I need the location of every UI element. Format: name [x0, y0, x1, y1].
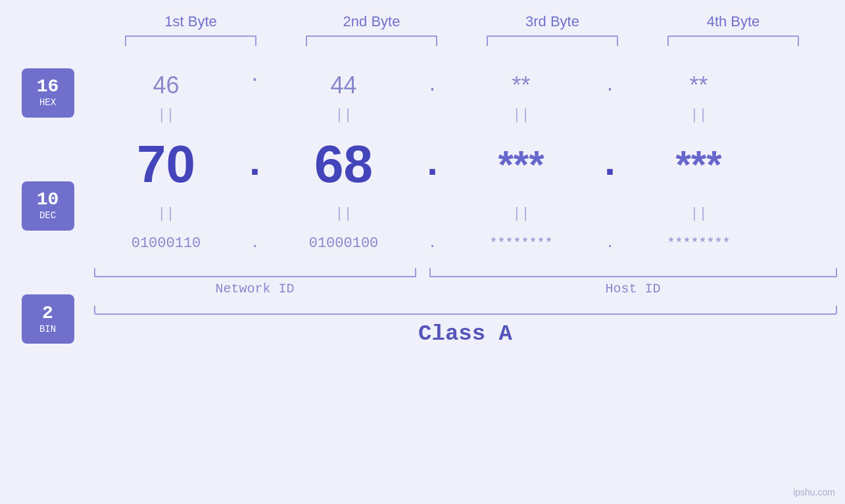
hex-badge-unit: HEX [39, 97, 56, 108]
host-id-label: Host ID [429, 281, 837, 296]
hex-b1-value: 46 [153, 72, 179, 99]
dec-badge-unit: DEC [39, 210, 56, 221]
class-label: Class A [418, 321, 512, 346]
byte2-header: 2nd Byte [299, 13, 444, 30]
id-labels-row: Network ID Host ID [94, 281, 837, 296]
dec-b3-cell: *** [449, 142, 594, 187]
bracket-byte2 [306, 35, 437, 46]
network-id-label: Network ID [94, 281, 416, 296]
bin-data-row: 01000110 . 01000100 . ******** . [94, 223, 837, 263]
dec-dot3-val: . [598, 142, 621, 187]
big-bottom-bracket [94, 306, 837, 315]
bin-b1-value: 01000110 [132, 235, 201, 252]
hex-badge: 16 HEX [22, 68, 74, 118]
hex-b4-value: ** [689, 72, 708, 99]
dec-badge-num: 10 [37, 191, 59, 209]
bracket-byte3 [487, 35, 618, 46]
dec-b4-value: *** [675, 142, 721, 187]
hex-b1-cell: 46 [94, 72, 239, 99]
bin-b4-cell: ******** [627, 236, 771, 251]
bracket-gap [416, 268, 429, 277]
dec-data-row: 70 . 68 . *** . *** [94, 125, 837, 204]
byte3-header: 3rd Byte [480, 13, 625, 30]
right-rows: 46 . 44 . ** . ** [94, 66, 837, 346]
hex-dot1-val: . [249, 66, 260, 105]
eq2-b3: || [449, 206, 594, 222]
dec-badge-wrapper: 10 DEC [22, 181, 74, 231]
bin-dot1-val: . [251, 235, 259, 252]
hex-b3-cell: ** [449, 72, 594, 99]
hex-b3-value: ** [512, 72, 530, 99]
bin-dot2: . [416, 235, 449, 252]
bin-badge-wrapper: 2 BIN [22, 294, 74, 344]
hex-dot1: . [239, 66, 272, 105]
byte1-header: 1st Byte [118, 13, 263, 30]
eq1-b2: || [272, 107, 416, 124]
bin-badge-unit: BIN [39, 324, 56, 334]
equals-row-2: || || || || [94, 204, 837, 223]
eq1-b1: || [94, 107, 239, 124]
top-brackets [101, 35, 824, 46]
hex-badge-wrapper: 16 HEX [22, 68, 74, 118]
left-badges: 16 HEX 10 DEC 2 BIN [15, 66, 94, 346]
dec-b3-value: *** [498, 142, 544, 187]
bin-dot3-val: . [606, 235, 614, 252]
dec-b2-value: 68 [314, 134, 373, 195]
bin-badge: 2 BIN [22, 294, 74, 344]
dec-dot1: . [239, 142, 272, 187]
hex-dot3: . [594, 76, 627, 96]
hex-b4-cell: ** [627, 72, 771, 99]
dec-dot2-val: . [420, 142, 444, 187]
rows-wrapper: 16 HEX 10 DEC 2 BIN [15, 66, 837, 346]
hex-badge-num: 16 [37, 78, 59, 96]
eq2-b1: || [94, 206, 239, 222]
bin-b2-value: 01000100 [309, 235, 379, 252]
dec-b4-cell: *** [627, 142, 771, 187]
dec-dot1-val: . [243, 142, 266, 187]
eq1-b3: || [449, 107, 594, 124]
hex-data-row: 46 . 44 . ** . ** [94, 66, 837, 105]
bottom-brackets-container [94, 268, 837, 277]
dec-badge: 10 DEC [22, 181, 74, 231]
hex-b2-cell: 44 [272, 72, 416, 99]
dec-dot2: . [416, 142, 449, 187]
main-container: 1st Byte 2nd Byte 3rd Byte 4th Byte 16 H… [0, 0, 845, 504]
dec-b2-cell: 68 [272, 134, 416, 195]
bin-b2-cell: 01000100 [272, 235, 416, 252]
dec-b1-value: 70 [137, 134, 195, 195]
bin-b1-cell: 01000110 [94, 235, 239, 252]
eq1-b4: || [627, 107, 771, 124]
bracket-byte4 [667, 35, 799, 46]
byte4-header: 4th Byte [661, 13, 806, 30]
equals-row-1: || || || || [94, 105, 837, 125]
hex-dot2: . [416, 76, 449, 96]
hex-b2-value: 44 [330, 72, 356, 99]
eq2-b4: || [627, 206, 771, 222]
byte-headers-row: 1st Byte 2nd Byte 3rd Byte 4th Byte [101, 13, 824, 30]
network-id-bracket [94, 268, 416, 277]
bin-b3-value: ******** [489, 236, 552, 251]
bin-b4-value: ******** [667, 236, 730, 251]
eq2-b2: || [272, 206, 416, 222]
bin-dot1: . [239, 235, 272, 252]
hex-dot3-val: . [604, 76, 616, 96]
bin-badge-num: 2 [42, 304, 53, 323]
dec-b1-cell: 70 [94, 134, 239, 195]
host-id-bracket [429, 268, 837, 277]
dec-dot3: . [594, 142, 627, 187]
watermark: ipshu.com [793, 487, 835, 497]
bin-dot3: . [594, 235, 627, 252]
bracket-byte1 [125, 35, 256, 46]
bin-b3-cell: ******** [449, 236, 594, 251]
bin-dot2-val: . [428, 235, 437, 252]
class-label-container: Class A [94, 321, 837, 346]
hex-dot2-val: . [427, 76, 438, 96]
